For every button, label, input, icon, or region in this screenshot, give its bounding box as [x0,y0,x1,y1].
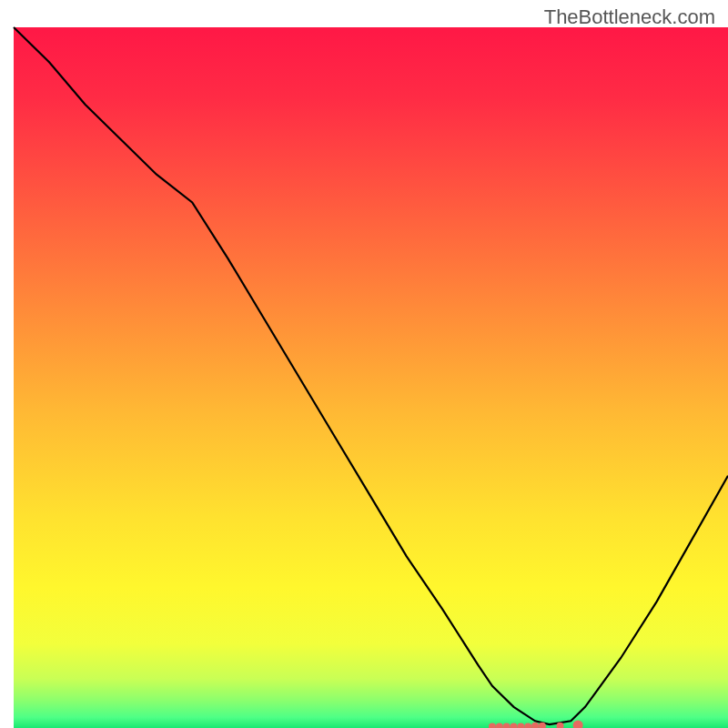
chart-plot [0,0,728,728]
plot-background [14,27,728,728]
chart-container: TheBottleneck.com [0,0,728,728]
watermark-text: TheBottleneck.com [544,5,715,29]
